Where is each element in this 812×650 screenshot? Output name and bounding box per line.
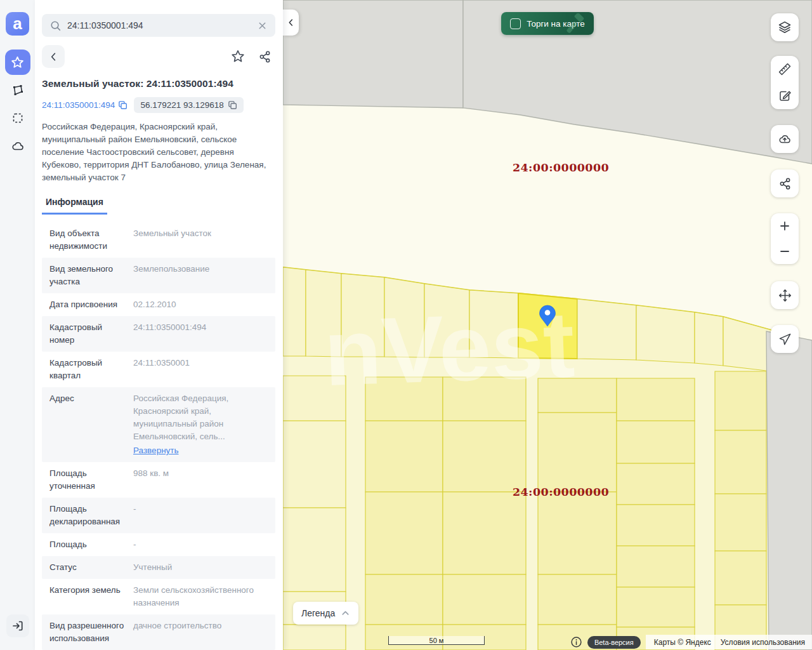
map-watermark: nVest	[322, 291, 576, 405]
info-row: АдресРоссийская Федерация, Красноярский …	[42, 387, 275, 462]
parcel[interactable]	[617, 421, 695, 463]
parcel[interactable]	[443, 492, 526, 574]
info-row-label: Кадастровый номер	[49, 321, 129, 347]
back-button[interactable]	[42, 45, 65, 68]
parcel[interactable]	[715, 430, 766, 494]
info-row: Кадастровый квартал24:11:0350001	[42, 352, 275, 387]
legend-button[interactable]: Легенда	[293, 602, 358, 625]
coordinates-value: 56.179221 93.129618	[140, 100, 223, 110]
maps-copyright-link[interactable]: Карты © Яндекс	[654, 638, 711, 647]
tab-information[interactable]: Информация	[42, 193, 107, 215]
info-row-label: Адрес	[49, 392, 129, 457]
zoom-out-button[interactable]	[771, 239, 799, 264]
quarter-label: 24:00:0000000	[513, 486, 609, 498]
map-pin-hole	[545, 310, 551, 315]
info-row-value: -	[133, 503, 268, 528]
parcel[interactable]	[538, 574, 617, 625]
share-map-button[interactable]	[771, 169, 799, 197]
map-canvas[interactable]: nVest24:00:000000024:00:0000000	[283, 0, 812, 650]
polygon-tool-button[interactable]	[5, 77, 30, 103]
login-button[interactable]	[6, 614, 29, 637]
cloud-layers-button[interactable]	[5, 133, 30, 159]
parcel[interactable]	[283, 267, 306, 356]
search-input[interactable]	[67, 20, 251, 30]
parcel[interactable]	[715, 371, 766, 430]
parcel[interactable]	[695, 312, 723, 366]
share-object-button[interactable]	[254, 46, 275, 67]
locate-button[interactable]	[771, 325, 799, 353]
app-rail: a	[0, 0, 35, 650]
parcel[interactable]	[636, 305, 695, 363]
share-icon	[778, 177, 792, 190]
parcel[interactable]	[283, 625, 346, 650]
select-area-tool-button[interactable]	[5, 105, 30, 131]
parcel[interactable]	[443, 421, 526, 492]
search-icon	[49, 20, 62, 32]
parcel[interactable]	[443, 574, 526, 625]
coordinates-chip[interactable]: 56.179221 93.129618	[134, 97, 243, 113]
navigation-arrow-icon	[778, 333, 792, 346]
parcel[interactable]	[617, 587, 695, 627]
dashed-select-icon	[11, 111, 25, 125]
object-address: Российская Федерация, Красноярский край,…	[42, 121, 275, 184]
attribution-strip: Карты © Яндекс Условия использования	[646, 635, 812, 649]
info-row-label: Площадь уточненная	[49, 467, 129, 493]
parcel[interactable]	[617, 378, 695, 421]
info-row-value: Учтенный	[133, 561, 268, 574]
info-row-value: -	[133, 538, 268, 551]
parcel[interactable]	[617, 546, 695, 587]
map[interactable]: nVest24:00:000000024:00:0000000 Торги на…	[283, 0, 812, 650]
parcel[interactable]	[283, 421, 346, 508]
info-row-value: 24:11:0350001:494	[133, 321, 268, 347]
measure-button[interactable]	[771, 56, 799, 83]
parcel[interactable]	[577, 299, 636, 360]
copy-icon[interactable]	[228, 100, 237, 110]
parcel[interactable]	[715, 551, 766, 605]
collapse-panel-button[interactable]	[283, 10, 299, 36]
parcel[interactable]	[283, 508, 346, 592]
info-row: Дата присвоения02.12.2010	[42, 293, 275, 316]
cloud-upload-icon	[778, 132, 792, 146]
parcel[interactable]	[538, 413, 617, 492]
chevron-up-icon	[341, 609, 350, 618]
info-row-value: 02.12.2010	[133, 298, 268, 311]
info-row-label: Вид земельного участка	[49, 263, 129, 288]
app-logo[interactable]: a	[6, 12, 29, 36]
layers-button[interactable]	[771, 13, 799, 41]
info-row-value: Земельный участок	[133, 227, 268, 253]
info-row-label: Категория земель	[49, 584, 129, 609]
draw-tools-group	[771, 56, 799, 109]
object-panel: Земельный участок: 24:11:0350001:494 24:…	[35, 0, 283, 650]
unzoned-area	[283, 0, 463, 108]
parcel[interactable]	[365, 492, 443, 574]
terms-link[interactable]: Условия использования	[721, 638, 805, 647]
info-row: Вид земельного участкаЗемлепользование	[42, 258, 275, 293]
info-row-label: Площадь декларированная	[49, 503, 129, 528]
parcel[interactable]	[365, 574, 443, 625]
favorite-object-button[interactable]	[227, 46, 249, 67]
pan-button[interactable]	[771, 281, 799, 309]
zoom-group	[771, 213, 799, 264]
favorites-button[interactable]	[5, 50, 30, 75]
map-scale-bar: 50 м	[388, 636, 485, 645]
info-row-label: Вид разрешенного использования	[49, 620, 129, 645]
info-row: Категория земельЗемли сельскохозяйственн…	[42, 579, 275, 614]
cadastral-number-link[interactable]: 24:11:0350001:494	[42, 100, 128, 110]
info-table: Вид объекта недвижимостиЗемельный участо…	[42, 222, 275, 650]
zoom-in-button[interactable]	[771, 213, 799, 239]
parcel[interactable]	[715, 494, 766, 551]
torgi-checkbox[interactable]	[510, 18, 521, 29]
search-bar[interactable]	[42, 14, 275, 37]
torgi-toggle-button[interactable]: Торги на карте	[501, 12, 594, 35]
info-row: Площадь декларированная-	[42, 498, 275, 533]
expand-address-link[interactable]: Развернуть	[133, 444, 179, 457]
parcel[interactable]	[365, 421, 443, 492]
info-icon[interactable]	[570, 636, 582, 648]
parcel[interactable]	[538, 492, 617, 574]
parcel[interactable]	[617, 505, 695, 546]
upload-button[interactable]	[771, 125, 799, 153]
copy-icon[interactable]	[118, 100, 128, 110]
clear-search-button[interactable]	[257, 20, 268, 31]
draw-button[interactable]	[771, 83, 799, 109]
parcel[interactable]	[617, 463, 695, 505]
